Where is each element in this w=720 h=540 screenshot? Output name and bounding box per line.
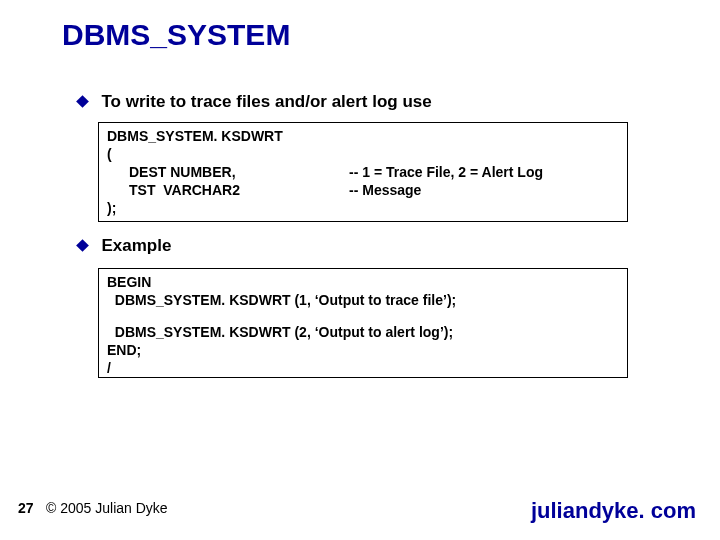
code-line: DEST NUMBER, -- 1 = Trace File, 2 = Aler… xyxy=(107,163,619,181)
code-line: DBMS_SYSTEM. KSDWRT (1, ‘Output to trace… xyxy=(107,291,619,309)
param-comment: -- 1 = Trace File, 2 = Alert Log xyxy=(349,163,619,181)
code-line: DBMS_SYSTEM. KSDWRT (2, ‘Output to alert… xyxy=(107,323,619,341)
code-line: DBMS_SYSTEM. KSDWRT xyxy=(107,127,619,145)
bullet-text: To write to trace files and/or alert log… xyxy=(101,92,431,111)
bullet-item-example: Example xyxy=(78,236,171,256)
bullet-item-write: To write to trace files and/or alert log… xyxy=(78,92,432,112)
site-url: juliandyke. com xyxy=(531,498,696,524)
code-box-signature: DBMS_SYSTEM. KSDWRT ( DEST NUMBER, -- 1 … xyxy=(98,122,628,222)
slide: DBMS_SYSTEM To write to trace files and/… xyxy=(0,0,720,540)
param-left: TST VARCHAR2 xyxy=(107,181,349,199)
bullet-text: Example xyxy=(101,236,171,255)
code-line: ( xyxy=(107,145,619,163)
code-line: BEGIN xyxy=(107,273,619,291)
code-line: TST VARCHAR2 -- Message xyxy=(107,181,619,199)
code-blank-line xyxy=(107,309,619,323)
diamond-bullet-icon xyxy=(76,95,89,108)
param-left: DEST NUMBER, xyxy=(107,163,349,181)
slide-title: DBMS_SYSTEM xyxy=(62,18,290,52)
diamond-bullet-icon xyxy=(76,239,89,252)
code-line: / xyxy=(107,359,619,377)
code-box-example: BEGIN DBMS_SYSTEM. KSDWRT (1, ‘Output to… xyxy=(98,268,628,378)
page-number: 27 xyxy=(18,500,34,516)
code-line: END; xyxy=(107,341,619,359)
copyright-text: © 2005 Julian Dyke xyxy=(46,500,168,516)
param-comment: -- Message xyxy=(349,181,619,199)
code-line: ); xyxy=(107,199,619,217)
